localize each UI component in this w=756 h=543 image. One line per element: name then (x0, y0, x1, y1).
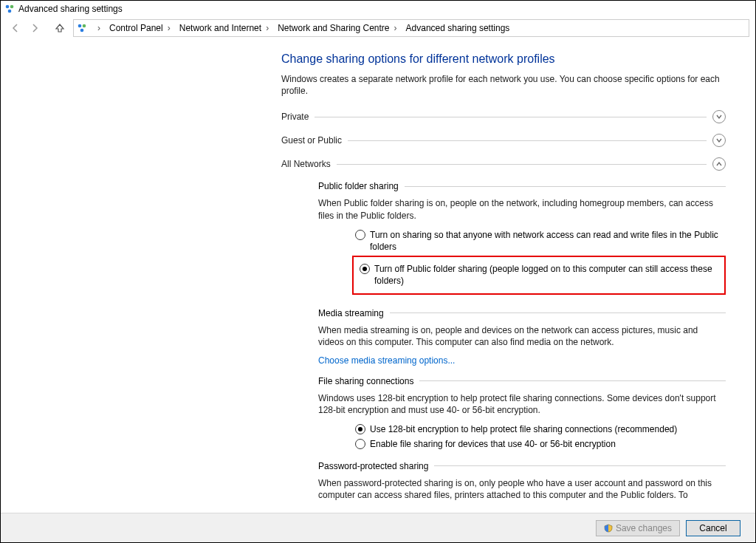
chevron-right-icon: › (394, 23, 397, 33)
divider (315, 117, 707, 117)
divider (348, 140, 707, 141)
section-desc: When media streaming is on, people and d… (318, 324, 726, 348)
svg-point-3 (78, 24, 82, 28)
divider (390, 313, 726, 313)
breadcrumb-item[interactable]: Network and Internet › (175, 20, 273, 36)
breadcrumb-item[interactable]: Advanced sharing settings (402, 20, 515, 36)
radio-40bit[interactable]: Enable file sharing for devices that use… (355, 438, 726, 450)
radio-icon[interactable] (360, 264, 370, 274)
chevron-down-icon[interactable] (712, 134, 726, 147)
profile-all-networks[interactable]: All Networks (281, 157, 726, 171)
forward-button[interactable] (26, 19, 44, 37)
section-title: Password-protected sharing (318, 461, 428, 471)
chevron-down-icon[interactable] (712, 110, 726, 123)
radio-icon[interactable] (355, 230, 365, 240)
breadcrumb-item[interactable]: Control Panel › (105, 20, 175, 36)
chevron-right-icon: › (266, 23, 269, 33)
nav-bar: › Control Panel › Network and Internet ›… (1, 17, 755, 39)
footer-bar: Save changes Cancel (1, 513, 755, 542)
section-desc: When password-protected sharing is on, o… (318, 477, 726, 501)
radio-icon[interactable] (355, 439, 365, 449)
section-media-streaming: Media streaming (318, 308, 726, 318)
radio-label: Turn on sharing so that anyone with netw… (370, 229, 726, 253)
profile-label: Guest or Public (281, 135, 342, 146)
radio-public-on[interactable]: Turn on sharing so that anyone with netw… (355, 229, 726, 253)
divider (405, 186, 726, 187)
breadcrumb-label: Control Panel (109, 23, 163, 33)
title-bar: Advanced sharing settings (1, 1, 755, 17)
profile-label: Private (281, 112, 309, 122)
button-label: Save changes (616, 523, 672, 533)
breadcrumb[interactable]: › Control Panel › Network and Internet ›… (73, 19, 749, 37)
page-heading: Change sharing options for different net… (281, 52, 726, 66)
up-button[interactable] (51, 19, 69, 37)
breadcrumb-item[interactable]: Network and Sharing Centre › (273, 20, 401, 36)
content-area: Change sharing options for different net… (1, 39, 755, 513)
back-button[interactable] (7, 19, 24, 37)
svg-point-2 (8, 10, 12, 13)
section-title: Media streaming (318, 308, 384, 318)
radio-label: Use 128-bit encryption to help protect f… (370, 423, 726, 435)
breadcrumb-label: Network and Sharing Centre (278, 23, 389, 33)
divider (419, 380, 726, 381)
divider (434, 465, 726, 466)
radio-public-off[interactable]: Turn off Public folder sharing (people l… (360, 263, 721, 287)
radio-label: Enable file sharing for devices that use… (370, 438, 726, 450)
media-streaming-link[interactable]: Choose media streaming options... (318, 355, 455, 366)
svg-point-0 (6, 5, 10, 9)
shield-icon (604, 524, 613, 533)
breadcrumb-label: Advanced sharing settings (406, 23, 510, 33)
network-sharing-icon (75, 23, 89, 33)
section-desc: Windows uses 128-bit encryption to help … (318, 392, 726, 416)
section-title: File sharing connections (318, 376, 413, 386)
page-intro: Windows creates a separate network profi… (281, 73, 726, 97)
section-title: Public folder sharing (318, 181, 399, 191)
svg-point-1 (10, 5, 14, 9)
window-title: Advanced sharing settings (18, 4, 123, 14)
button-label: Cancel (699, 523, 726, 533)
profile-private[interactable]: Private (281, 110, 726, 123)
profile-guest[interactable]: Guest or Public (281, 134, 726, 147)
section-public-folder: Public folder sharing (318, 181, 726, 191)
svg-point-5 (80, 29, 84, 33)
svg-point-4 (83, 24, 86, 28)
profile-label: All Networks (281, 159, 331, 169)
radio-icon[interactable] (355, 424, 365, 434)
section-file-sharing: File sharing connections (318, 376, 726, 386)
section-password-sharing: Password-protected sharing (318, 461, 726, 471)
highlight-annotation: Turn off Public folder sharing (people l… (352, 256, 726, 294)
save-changes-button[interactable]: Save changes (596, 520, 680, 536)
chevron-right-icon: › (168, 23, 171, 33)
radio-128bit[interactable]: Use 128-bit encryption to help protect f… (355, 423, 726, 435)
chevron-right-icon: › (97, 23, 100, 33)
network-sharing-icon (4, 3, 16, 15)
section-desc: When Public folder sharing is on, people… (318, 197, 726, 221)
chevron-up-icon[interactable] (712, 157, 726, 171)
radio-label: Turn off Public folder sharing (people l… (374, 263, 721, 287)
divider (337, 164, 707, 165)
breadcrumb-item[interactable]: › (89, 20, 105, 36)
cancel-button[interactable]: Cancel (686, 520, 740, 536)
breadcrumb-label: Network and Internet (179, 23, 261, 33)
